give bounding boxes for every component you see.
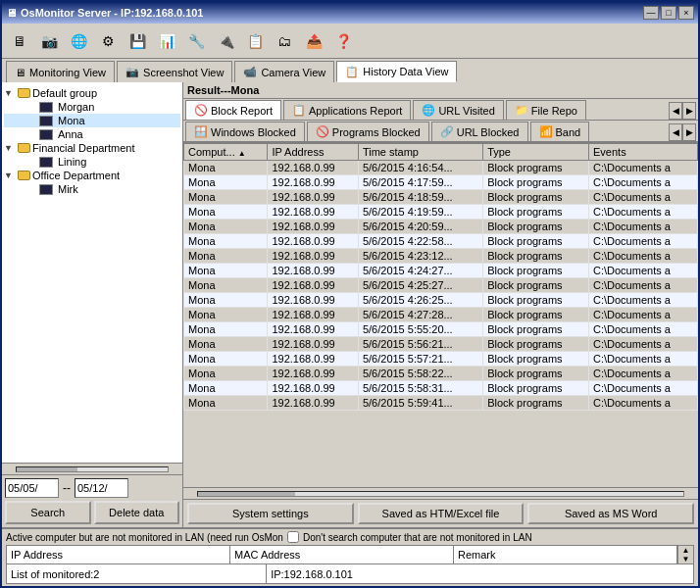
col-ip[interactable]: IP Address [268, 144, 358, 161]
sub-tab-windows-blocked[interactable]: 🪟 Windows Blocked [185, 122, 305, 141]
table-row[interactable]: Mona192.168.0.995/6/2015 4:20:59...Block… [184, 220, 698, 234]
table-row[interactable]: Mona192.168.0.995/6/2015 5:58:22...Block… [184, 367, 698, 381]
sub-tab-url-visited[interactable]: 🌐 URL Visited [413, 100, 503, 120]
table-cell-type: Block programs [483, 293, 589, 308]
tab-camera-view[interactable]: 📹 Camera View [234, 61, 334, 82]
sub-tab-url-blocked[interactable]: 🔗 URL Blocked [431, 122, 528, 141]
nav-prev-arrow2[interactable]: ◀ [669, 123, 682, 141]
toolbar-btn-2[interactable]: 📷 [35, 27, 63, 55]
table-cell-type: Block programs [483, 190, 589, 205]
table-cell-events: C:\Documents a [589, 337, 698, 352]
table-row[interactable]: Mona192.168.0.995/6/2015 5:56:21...Block… [184, 337, 698, 352]
toolbar-btn-8[interactable]: 🔌 [212, 27, 239, 55]
tab-history-data-view[interactable]: 📋 History Data View [336, 61, 457, 82]
tab-screenshot-view[interactable]: 📷 Screenshot View [117, 61, 232, 82]
toolbar-btn-7[interactable]: 🔧 [182, 27, 210, 55]
nav-next-arrow[interactable]: ▶ [682, 102, 696, 120]
table-cell-comput: Mona [184, 220, 268, 234]
status-scrollbar-v[interactable]: ▲ ▼ [677, 546, 693, 564]
table-cell-type: Block programs [483, 264, 589, 278]
sub-tab-file-repo[interactable]: 📁 File Repo [506, 100, 586, 120]
minimize-button[interactable]: — [643, 6, 659, 20]
col-type[interactable]: Type [483, 144, 589, 161]
table-cell-type: Block programs [483, 205, 589, 220]
table-row[interactable]: Mona192.168.0.995/6/2015 4:17:59...Block… [184, 175, 698, 190]
toolbar-btn-1[interactable]: 🖥 [6, 27, 33, 55]
toolbar-btn-5[interactable]: 💾 [124, 27, 151, 55]
table-row[interactable]: Mona192.168.0.995/6/2015 5:57:21...Block… [184, 352, 698, 367]
table-row[interactable]: Mona192.168.0.995/6/2015 4:27:28...Block… [184, 308, 698, 322]
date-from-input[interactable] [5, 478, 59, 498]
toolbar-btn-3[interactable]: 🌐 [65, 27, 92, 55]
table-row[interactable]: Mona192.168.0.995/6/2015 5:58:31...Block… [184, 381, 698, 396]
url-blocked-icon: 🔗 [440, 125, 454, 138]
sidebar-item-lining[interactable]: Lining [4, 155, 180, 169]
tab-monitoring-view[interactable]: 🖥 Monitoring View [6, 61, 115, 82]
label-mirk: Mirk [58, 183, 78, 195]
sub-tab-programs-blocked[interactable]: 🚫 Programs Blocked [307, 122, 429, 141]
status-cell-ip: IP Address [7, 546, 230, 564]
sidebar-item-anna[interactable]: Anna [4, 127, 180, 141]
tree-group-office[interactable]: ▼ Office Department [4, 169, 180, 182]
table-cell-comput: Mona [184, 278, 268, 293]
table-cell-ip-address: 192.168.0.99 [268, 308, 358, 322]
col-computer[interactable]: Comput... ▲ [184, 144, 268, 161]
col-events[interactable]: Events [589, 144, 698, 161]
sub-tab-applications-report[interactable]: 📋 Applications Report [283, 100, 411, 120]
table-row[interactable]: Mona192.168.0.995/6/2015 4:25:27...Block… [184, 278, 698, 293]
tree-group-default[interactable]: ▼ Default group [4, 86, 180, 100]
table-row[interactable]: Mona192.168.0.995/6/2015 4:22:58...Block… [184, 234, 698, 249]
table-row[interactable]: Mona192.168.0.995/6/2015 4:18:59...Block… [184, 190, 698, 205]
sidebar-item-mirk[interactable]: Mirk [4, 182, 180, 196]
table-cell-type: Block programs [483, 175, 589, 190]
data-table-wrapper[interactable]: Comput... ▲ IP Address Time stamp Type E… [183, 143, 698, 487]
table-row[interactable]: Mona192.168.0.995/6/2015 4:16:54...Block… [184, 161, 698, 175]
sidebar-item-mona[interactable]: Mona [4, 114, 180, 127]
table-row[interactable]: Mona192.168.0.995/6/2015 4:26:25...Block… [184, 293, 698, 308]
toolbar-btn-12[interactable]: ❓ [329, 27, 357, 55]
toolbar-btn-6[interactable]: 📊 [153, 27, 180, 55]
table-cell-comput: Mona [184, 381, 268, 396]
toolbar-btn-9[interactable]: 📋 [241, 27, 269, 55]
label-mona: Mona [58, 115, 85, 126]
sidebar-item-morgan[interactable]: Morgan [4, 100, 180, 114]
nav-prev-arrow[interactable]: ◀ [669, 102, 682, 120]
save-word-button[interactable]: Saved as MS Word [527, 503, 694, 524]
col-timestamp[interactable]: Time stamp [358, 144, 482, 161]
toolbar-btn-4[interactable]: ⚙ [94, 27, 122, 55]
table-row[interactable]: Mona192.168.0.995/6/2015 5:59:41...Block… [184, 396, 698, 411]
close-button[interactable]: × [678, 6, 694, 20]
table-cell-ip-address: 192.168.0.99 [268, 175, 358, 190]
date-to-input[interactable] [75, 478, 128, 498]
sub-tab-band[interactable]: 📶 Band [530, 122, 590, 141]
monitor-icon-morgan [39, 102, 53, 113]
sub-tab-block-report[interactable]: 🚫 Block Report [185, 100, 281, 120]
table-cell-type: Block programs [483, 234, 589, 249]
tree-scrollbar[interactable] [2, 463, 182, 474]
warning-checkbox[interactable] [287, 531, 299, 543]
table-cell-ip-address: 192.168.0.99 [268, 396, 358, 411]
status-area: Active computer but are not monitored in… [2, 527, 698, 586]
maximize-button[interactable]: □ [661, 6, 676, 20]
table-row[interactable]: Mona192.168.0.995/6/2015 4:19:59...Block… [184, 205, 698, 220]
search-button[interactable]: Search [5, 501, 91, 524]
table-row[interactable]: Mona192.168.0.995/6/2015 4:24:27...Block… [184, 264, 698, 278]
table-cell-comput: Mona [184, 352, 268, 367]
status-cell-remark: Remark [454, 546, 677, 564]
nav-next-arrow2[interactable]: ▶ [682, 123, 696, 141]
table-row[interactable]: Mona192.168.0.995/6/2015 4:23:12...Block… [184, 249, 698, 264]
table-cell-ip-address: 192.168.0.99 [268, 352, 358, 367]
system-settings-button[interactable]: System settings [187, 503, 354, 524]
toolbar-btn-11[interactable]: 📤 [300, 27, 327, 55]
delete-data-button[interactable]: Delete data [94, 501, 180, 524]
table-cell-time-stamp: 5/6/2015 4:24:27... [358, 264, 482, 278]
status-row3: List of monitored:2 IP:192.168.0.101 [6, 564, 694, 584]
toolbar-btn-10[interactable]: 🗂 [271, 27, 298, 55]
table-cell-type: Block programs [483, 381, 589, 396]
table-row[interactable]: Mona192.168.0.995/6/2015 5:55:20...Block… [184, 322, 698, 337]
table-cell-ip-address: 192.168.0.99 [268, 220, 358, 234]
tree-group-financial[interactable]: ▼ Financial Department [4, 141, 180, 155]
table-cell-comput: Mona [184, 175, 268, 190]
table-scrollbar-horiz[interactable] [183, 487, 698, 499]
save-htm-button[interactable]: Saved as HTM/Excel file [358, 503, 525, 524]
